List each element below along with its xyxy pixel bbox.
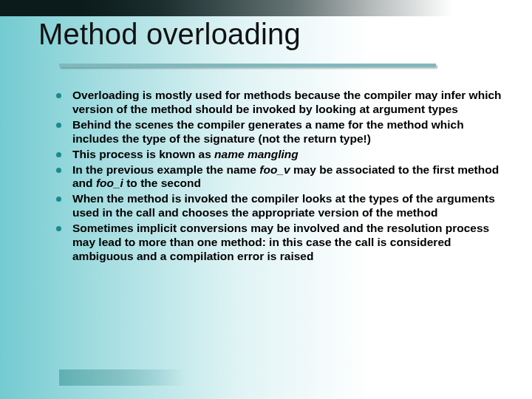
content-area: Overloading is mostly used for methods b…	[55, 89, 502, 265]
bullet-item: In the previous example the name foo_v m…	[55, 163, 502, 191]
bullet-item: This process is known as name mangling	[55, 148, 502, 162]
slide-title: Method overloading	[38, 18, 517, 51]
footer-band	[59, 369, 185, 386]
bullet-item: When the method is invoked the compiler …	[55, 192, 502, 220]
title-underline	[59, 64, 436, 67]
bullet-item: Behind the scenes the compiler generates…	[55, 118, 502, 146]
slide: Method overloading Overloading is mostly…	[0, 0, 532, 399]
bullet-item: Overloading is mostly used for methods b…	[55, 89, 502, 117]
bullet-item: Sometimes implicit conversions may be in…	[55, 222, 502, 264]
top-band	[0, 0, 532, 16]
bullet-list: Overloading is mostly used for methods b…	[55, 89, 502, 264]
